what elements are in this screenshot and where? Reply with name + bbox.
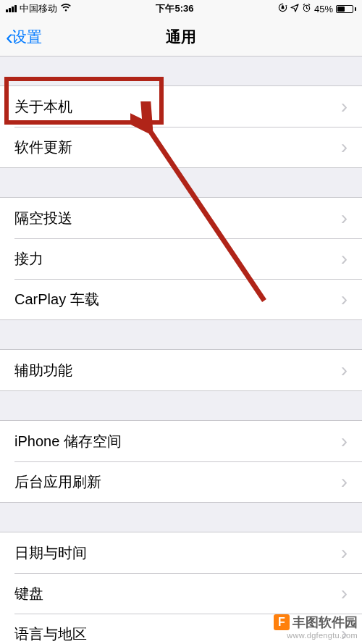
carrier-label: 中国移动 xyxy=(20,2,57,15)
row-label: 键盘 xyxy=(14,584,43,603)
chevron-right-icon: › xyxy=(341,137,348,157)
battery-pct-label: 45% xyxy=(314,4,333,14)
row-label: 日期与时间 xyxy=(14,543,87,563)
chevron-right-icon: › xyxy=(341,360,348,380)
settings-group: 关于本机›软件更新› xyxy=(0,85,362,168)
clock-label: 下午5:36 xyxy=(156,2,193,15)
status-left: 中国移动 xyxy=(6,2,72,15)
chevron-right-icon: › xyxy=(341,583,348,603)
chevron-right-icon: › xyxy=(341,472,348,492)
chevron-right-icon: › xyxy=(341,289,348,309)
watermark-url: www.dgfengtu.com xyxy=(287,631,358,640)
settings-group: 隔空投送›接力›CarPlay 车载› xyxy=(0,197,362,320)
settings-row[interactable]: 关于本机› xyxy=(0,86,362,127)
row-label: iPhone 储存空间 xyxy=(14,432,122,451)
row-label: CarPlay 车载 xyxy=(14,290,99,309)
page-title: 通用 xyxy=(0,27,362,47)
settings-group: iPhone 储存空间›后台应用刷新› xyxy=(0,420,362,503)
watermark-name: 丰图软件园 xyxy=(292,614,358,631)
chevron-right-icon: › xyxy=(341,431,348,451)
chevron-right-icon: › xyxy=(341,543,348,563)
watermark: F 丰图软件园 www.dgfengtu.com xyxy=(274,614,358,640)
watermark-logo-icon: F xyxy=(274,614,290,630)
settings-row[interactable]: iPhone 储存空间› xyxy=(0,421,362,461)
status-right: 45% xyxy=(278,3,356,14)
location-icon xyxy=(290,4,299,14)
orientation-lock-icon xyxy=(278,3,287,14)
settings-row[interactable]: 键盘› xyxy=(0,573,362,614)
settings-row[interactable]: CarPlay 车载› xyxy=(0,279,362,319)
wifi-icon xyxy=(60,4,72,14)
settings-row[interactable]: 隔空投送› xyxy=(0,198,362,238)
back-button[interactable]: ‹ 设置 xyxy=(6,26,42,48)
settings-row[interactable]: 日期与时间› xyxy=(0,532,362,573)
row-label: 关于本机 xyxy=(14,97,72,117)
back-label: 设置 xyxy=(12,27,42,47)
settings-list: 关于本机›软件更新›隔空投送›接力›CarPlay 车载›辅助功能›iPhone… xyxy=(0,85,362,644)
row-label: 语言与地区 xyxy=(14,624,87,644)
settings-row[interactable]: 辅助功能› xyxy=(0,350,362,390)
alarm-icon xyxy=(302,3,311,14)
settings-row[interactable]: 后台应用刷新› xyxy=(0,461,362,502)
row-label: 接力 xyxy=(14,249,43,269)
row-label: 隔空投送 xyxy=(14,209,72,228)
settings-row[interactable]: 软件更新› xyxy=(0,127,362,167)
nav-bar: ‹ 设置 通用 xyxy=(0,17,362,57)
battery-icon xyxy=(336,5,356,13)
settings-group: 辅助功能› xyxy=(0,349,362,391)
chevron-right-icon: › xyxy=(341,248,348,269)
settings-row[interactable]: 接力› xyxy=(0,238,362,279)
row-label: 辅助功能 xyxy=(14,361,72,380)
row-label: 软件更新 xyxy=(14,138,72,157)
chevron-right-icon: › xyxy=(341,96,348,117)
status-bar: 中国移动 下午5:36 45% xyxy=(0,0,362,17)
row-label: 后台应用刷新 xyxy=(14,472,101,492)
chevron-right-icon: › xyxy=(341,208,348,228)
signal-icon xyxy=(6,5,17,12)
